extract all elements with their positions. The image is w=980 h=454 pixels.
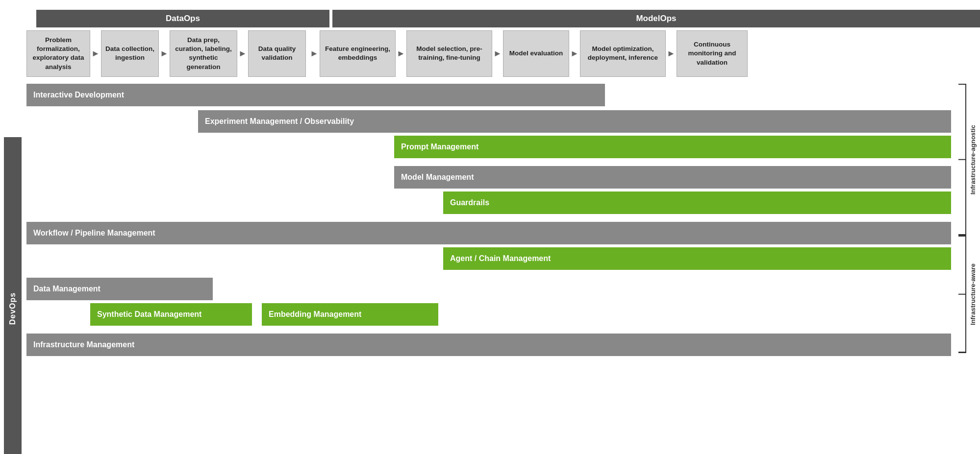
arrow-3: ► [237, 30, 248, 77]
infra-agnostic-block: Infrastructure-agnostic [953, 84, 980, 236]
guardrails-row: Guardrails [26, 191, 951, 214]
pipeline-step-8: Model optimization, deployment, inferenc… [580, 30, 666, 77]
arrow-2: ► [159, 30, 170, 77]
agent-bar: Agent / Chain Management [443, 247, 951, 270]
devops-label: DevOps [8, 292, 17, 325]
pipeline-step-3: Data prep, curation, labeling, synthetic… [170, 30, 237, 77]
separator-2 [26, 217, 951, 219]
interactive-dev-row: Interactive Development [26, 84, 951, 106]
main-container: DevOps DataOps ModelOps Problem formali [0, 0, 980, 454]
separator-3 [26, 273, 951, 275]
pipeline-section: DataOps ModelOps Problem formalization, … [26, 10, 980, 77]
pipeline-step-1: Problem formalization, exploratory data … [26, 30, 90, 77]
arrow-4: ► [309, 30, 320, 77]
workflow-bar: Workflow / Pipeline Management [26, 222, 951, 244]
interactive-dev-bar: Interactive Development [26, 84, 605, 106]
embedding-bar: Embedding Management [262, 303, 438, 326]
guardrails-bar: Guardrails [443, 191, 951, 214]
layers-main: Interactive Development Experiment Manag… [26, 84, 951, 454]
workflow-row: Workflow / Pipeline Management [26, 222, 951, 244]
pipeline-step-7: Model evaluation [503, 30, 569, 77]
content-area: DataOps ModelOps Problem formalization, … [22, 5, 980, 454]
data-sub-row: Synthetic Data Management Embedding Mana… [26, 303, 951, 326]
devops-label-container: DevOps [4, 137, 22, 454]
separator-4 [26, 329, 951, 331]
pipeline-step-5: Feature engineering, embeddings [320, 30, 396, 77]
separator-1 [26, 161, 951, 163]
model-mgmt-bar: Model Management [394, 166, 951, 189]
pipeline-step-6: Model selection, pre-training, fine-tuni… [406, 30, 492, 77]
arrow-6: ► [492, 30, 503, 77]
pipeline-step-2: Data collection, ingestion [101, 30, 159, 77]
agent-row: Agent / Chain Management [26, 247, 951, 270]
dataops-header: DataOps [36, 10, 329, 27]
pipeline-step-9: Continuous monitoring and validation [677, 30, 748, 77]
prompt-mgmt-bar: Prompt Management [394, 136, 951, 158]
arrow-8: ► [666, 30, 677, 77]
data-mgmt-outer-row: Data Management [26, 278, 951, 300]
pipeline-steps-row: Problem formalization, exploratory data … [26, 30, 980, 77]
arrow-7: ► [569, 30, 580, 77]
data-mgmt-bar: Data Management [26, 278, 213, 300]
ops-header-row: DataOps ModelOps [26, 10, 980, 27]
model-mgmt-row: Model Management [26, 166, 951, 189]
infra-agnostic-label: Infrastructure-agnostic [969, 125, 977, 194]
synthetic-data-bar: Synthetic Data Management [90, 303, 252, 326]
experiment-mgmt-row: Experiment Management / Observability [26, 110, 951, 133]
experiment-mgmt-bar: Experiment Management / Observability [198, 110, 951, 133]
modelops-header: ModelOps [332, 10, 980, 27]
infra-mgmt-row: Infrastructure Management [26, 334, 951, 356]
prompt-mgmt-row: Prompt Management [26, 136, 951, 158]
infra-aware-block: Infrastructure-aware [953, 236, 980, 353]
infra-mgmt-bar: Infrastructure Management [26, 334, 951, 356]
arrow-5: ► [396, 30, 406, 77]
layers-section: Interactive Development Experiment Manag… [26, 84, 980, 454]
right-labels: Infrastructure-agnostic [953, 84, 980, 454]
pipeline-step-4: Data quality validation [248, 30, 306, 77]
arrow-1: ► [90, 30, 101, 77]
infra-aware-label: Infrastructure-aware [969, 263, 977, 325]
